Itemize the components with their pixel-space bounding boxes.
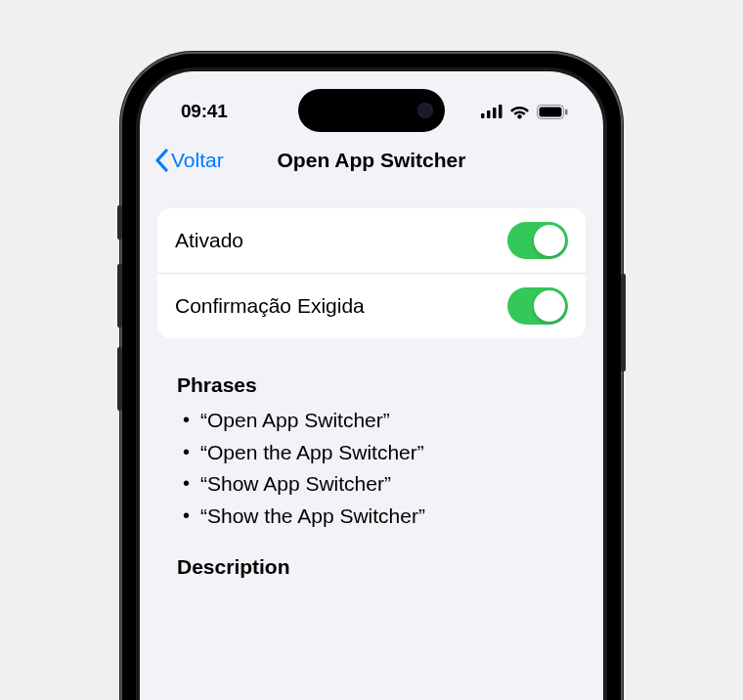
camera-dot bbox=[417, 103, 433, 118]
confirm-row: Confirmação Exigida bbox=[157, 273, 586, 338]
description-section: Description bbox=[157, 532, 586, 579]
toggle-knob bbox=[534, 290, 565, 322]
page-title: Open App Switcher bbox=[278, 149, 466, 172]
back-label: Voltar bbox=[171, 149, 224, 172]
toggle-knob bbox=[534, 225, 565, 256]
volume-button bbox=[117, 205, 122, 240]
phrase-item: “Show the App Switcher” bbox=[200, 501, 566, 533]
screen: 09:41 bbox=[140, 71, 603, 700]
status-icons bbox=[481, 105, 568, 119]
phrases-section: Phrases “Open App Switcher” “Open the Ap… bbox=[157, 338, 586, 532]
svg-rect-3 bbox=[499, 105, 503, 118]
svg-rect-2 bbox=[493, 108, 497, 118]
power-button bbox=[621, 274, 626, 372]
phone-frame: 09:41 bbox=[122, 54, 621, 700]
phrase-item: “Show App Switcher” bbox=[200, 468, 566, 501]
phrases-header: Phrases bbox=[177, 373, 566, 397]
enabled-row: Ativado bbox=[157, 208, 586, 273]
phrase-item: “Open App Switcher” bbox=[200, 405, 566, 437]
svg-rect-6 bbox=[565, 109, 568, 114]
signal-icon bbox=[481, 105, 503, 118]
nav-bar: Voltar Open App Switcher bbox=[140, 134, 603, 187]
battery-icon bbox=[537, 105, 568, 119]
phrase-item: “Open the App Switcher” bbox=[200, 437, 566, 469]
svg-rect-0 bbox=[481, 113, 485, 118]
svg-rect-5 bbox=[540, 107, 562, 116]
confirm-label: Confirmação Exigida bbox=[175, 294, 365, 318]
confirm-toggle[interactable] bbox=[507, 287, 568, 325]
description-header: Description bbox=[177, 555, 566, 579]
enabled-label: Ativado bbox=[175, 229, 243, 252]
status-time: 09:41 bbox=[181, 101, 228, 122]
volume-button bbox=[117, 347, 122, 411]
wifi-icon bbox=[509, 105, 530, 119]
dynamic-island bbox=[298, 89, 445, 132]
settings-group: Ativado Confirmação Exigida bbox=[157, 208, 586, 338]
enabled-toggle[interactable] bbox=[507, 222, 568, 259]
volume-button bbox=[117, 264, 122, 328]
back-button[interactable]: Voltar bbox=[153, 149, 224, 172]
svg-rect-1 bbox=[487, 110, 491, 118]
content: Ativado Confirmação Exigida Phrases bbox=[140, 187, 603, 579]
phrase-list: “Open App Switcher” “Open the App Switch… bbox=[177, 405, 566, 532]
chevron-left-icon bbox=[153, 149, 169, 172]
